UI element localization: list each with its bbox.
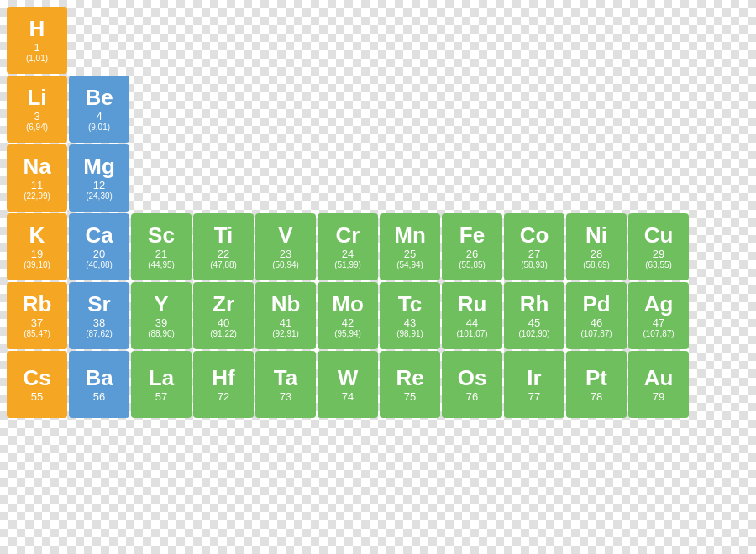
element-mass-sr: (87,62): [86, 329, 113, 339]
element-symbol-mg: Mg: [83, 154, 115, 179]
element-pt[interactable]: Pt78: [566, 351, 627, 418]
element-w[interactable]: W74: [318, 351, 378, 418]
element-symbol-na: Na: [23, 154, 50, 179]
element-symbol-ru: Ru: [458, 292, 487, 316]
element-mass-ni: (58,69): [583, 260, 610, 270]
element-number-ti: 22: [218, 248, 229, 261]
element-number-be: 4: [96, 110, 102, 123]
element-ag[interactable]: Ag47(107,87): [628, 282, 689, 349]
element-na[interactable]: Na11(22,99): [7, 144, 67, 212]
element-ir[interactable]: Ir77: [504, 351, 564, 418]
element-symbol-cu: Cu: [644, 223, 674, 248]
element-number-w: 74: [342, 390, 354, 404]
element-mass-cr: (51,99): [334, 260, 361, 270]
element-mass-pd: (107,87): [580, 329, 612, 339]
element-co[interactable]: Co27(58,93): [504, 213, 564, 280]
element-la[interactable]: La57: [131, 351, 192, 418]
element-ru[interactable]: Ru44(101,07): [442, 282, 502, 349]
element-mass-li: (6,94): [26, 123, 48, 133]
element-symbol-la: La: [149, 366, 174, 390]
element-ni[interactable]: Ni28(58,69): [566, 213, 627, 280]
element-symbol-fe: Fe: [459, 223, 485, 248]
element-number-na: 11: [31, 179, 43, 192]
element-fe[interactable]: Fe26(55,85): [442, 213, 502, 280]
element-zr[interactable]: Zr40(91,22): [193, 282, 254, 349]
element-cs[interactable]: Cs55: [7, 351, 67, 418]
element-number-mn: 25: [404, 248, 416, 261]
element-number-sr: 38: [93, 316, 105, 330]
element-symbol-li: Li: [27, 86, 46, 110]
element-y[interactable]: Y39(88,90): [131, 282, 192, 349]
element-sr[interactable]: Sr38(87,62): [69, 282, 129, 349]
element-h[interactable]: H1(1,01): [7, 7, 67, 74]
element-number-zr: 40: [218, 316, 229, 330]
element-number-rb: 37: [31, 316, 43, 330]
element-number-pd: 46: [591, 316, 602, 330]
element-mass-tc: (98,91): [396, 329, 423, 339]
element-mg[interactable]: Mg12(24,30): [69, 144, 129, 212]
element-mass-cu: (63,55): [645, 260, 672, 270]
element-number-au: 79: [653, 390, 664, 404]
element-mass-k: (39,10): [24, 260, 50, 270]
element-number-cu: 29: [653, 248, 664, 261]
element-ba[interactable]: Ba56: [69, 351, 129, 418]
element-mass-be: (9,01): [88, 123, 110, 133]
element-symbol-ta: Ta: [274, 366, 297, 390]
element-sc[interactable]: Sc21(44,95): [131, 213, 192, 280]
element-mass-ca: (40,08): [86, 260, 113, 270]
element-ta[interactable]: Ta73: [255, 351, 316, 418]
element-rh[interactable]: Rh45(102,90): [504, 282, 564, 349]
element-mass-v: (50,94): [272, 260, 299, 270]
element-number-k: 19: [31, 248, 43, 261]
element-symbol-zr: Zr: [213, 292, 234, 316]
element-li[interactable]: Li3(6,94): [7, 76, 67, 143]
element-symbol-ir: Ir: [527, 366, 541, 390]
element-mass-na: (22,99): [24, 191, 50, 201]
element-symbol-y: Y: [154, 292, 168, 316]
period-row-5: Rb37(85,47)Sr38(87,62)Y39(88,90)Zr40(91,…: [7, 282, 689, 349]
element-mass-ti: (47,88): [210, 260, 237, 270]
element-number-ta: 73: [280, 390, 291, 404]
element-rb[interactable]: Rb37(85,47): [7, 282, 67, 349]
element-number-li: 3: [34, 110, 39, 123]
element-number-y: 39: [155, 316, 167, 330]
element-symbol-k: K: [29, 223, 45, 248]
element-symbol-ti: Ti: [214, 223, 234, 248]
element-os[interactable]: Os76: [442, 351, 502, 418]
element-symbol-sc: Sc: [148, 223, 175, 248]
element-tc[interactable]: Tc43(98,91): [380, 282, 440, 349]
element-number-v: 23: [280, 248, 291, 261]
element-number-pt: 78: [591, 390, 602, 404]
element-symbol-re: Re: [396, 366, 423, 390]
element-number-cs: 55: [31, 390, 43, 404]
element-re[interactable]: Re75: [380, 351, 440, 418]
element-mass-co: (58,93): [521, 260, 548, 270]
element-symbol-co: Co: [520, 223, 549, 248]
element-symbol-rh: Rh: [520, 292, 549, 316]
element-pd[interactable]: Pd46(107,87): [566, 282, 627, 349]
element-mass-mn: (54,94): [396, 260, 423, 270]
element-au[interactable]: Au79: [628, 351, 689, 418]
element-symbol-mo: Mo: [332, 292, 364, 316]
element-be[interactable]: Be4(9,01): [69, 76, 129, 143]
element-cu[interactable]: Cu29(63,55): [628, 213, 689, 280]
element-symbol-ca: Ca: [85, 223, 113, 248]
element-ti[interactable]: Ti22(47,88): [193, 213, 254, 280]
element-number-os: 76: [466, 390, 478, 404]
element-symbol-cr: Cr: [336, 223, 360, 248]
element-number-sc: 21: [155, 248, 167, 261]
element-cr[interactable]: Cr24(51,99): [318, 213, 378, 280]
period-row-6: Cs55Ba56La57Hf72Ta73W74Re75Os76Ir77Pt78A…: [7, 351, 689, 418]
element-nb[interactable]: Nb41(92,91): [255, 282, 316, 349]
element-number-mg: 12: [93, 179, 105, 192]
element-number-ni: 28: [591, 248, 602, 261]
element-symbol-ni: Ni: [585, 223, 607, 248]
element-v[interactable]: V23(50,94): [255, 213, 316, 280]
element-mo[interactable]: Mo42(95,94): [318, 282, 378, 349]
element-symbol-rb: Rb: [23, 292, 52, 316]
element-symbol-ag: Ag: [644, 292, 674, 316]
element-k[interactable]: K19(39,10): [7, 213, 67, 280]
element-mn[interactable]: Mn25(54,94): [380, 213, 440, 280]
element-hf[interactable]: Hf72: [193, 351, 254, 418]
element-ca[interactable]: Ca20(40,08): [69, 213, 129, 280]
